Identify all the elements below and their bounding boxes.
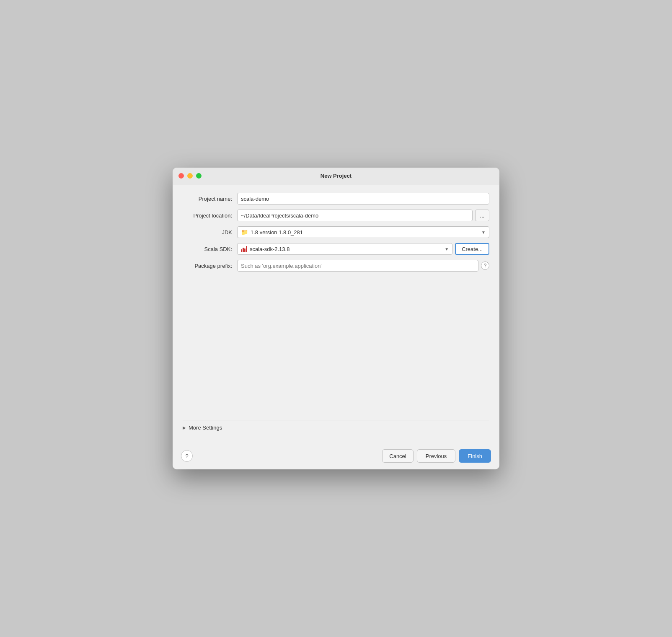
- window-controls: [178, 173, 202, 179]
- project-location-label: Project location:: [183, 212, 237, 219]
- project-location-input[interactable]: [237, 210, 473, 221]
- scala-sdk-row-container: scala-sdk-2.13.8 ▼ Create...: [237, 243, 489, 255]
- title-bar: New Project: [173, 168, 499, 184]
- package-prefix-row: Package prefix: ?: [183, 260, 489, 272]
- minimize-button[interactable]: [187, 173, 193, 179]
- scala-sdk-row: Scala SDK: scala-sdk-2.13.8 ▼: [183, 243, 489, 255]
- more-settings-toggle[interactable]: ▶ More Settings: [183, 425, 222, 431]
- jdk-folder-icon: 📁: [241, 229, 248, 236]
- jdk-select-content: 📁 1.8 version 1.8.0_281: [241, 229, 303, 236]
- scala-sdk-icon: [241, 246, 247, 252]
- location-row-container: ...: [237, 210, 489, 221]
- create-button[interactable]: Create...: [455, 243, 489, 255]
- help-button[interactable]: ?: [181, 450, 193, 462]
- bottom-right: Cancel Previous Finish: [382, 449, 491, 463]
- dialog-title: New Project: [320, 173, 352, 179]
- more-settings-chevron: ▶: [183, 425, 186, 430]
- project-location-row: Project location: ...: [183, 210, 489, 221]
- package-prefix-row-container: ?: [237, 260, 489, 272]
- bottom-left: ?: [181, 450, 193, 462]
- more-settings-label: More Settings: [189, 425, 222, 431]
- maximize-button[interactable]: [196, 173, 202, 179]
- content-spacer: [183, 277, 489, 420]
- jdk-label: JDK: [183, 229, 237, 236]
- package-prefix-help-icon[interactable]: ?: [481, 262, 489, 270]
- scala-sdk-select[interactable]: scala-sdk-2.13.8 ▼: [237, 243, 452, 255]
- package-prefix-label: Package prefix:: [183, 263, 237, 269]
- form-area: Project name: Project location: ... JDK …: [183, 193, 489, 277]
- finish-button[interactable]: Finish: [459, 449, 491, 463]
- browse-button[interactable]: ...: [475, 210, 489, 221]
- jdk-row: JDK 📁 1.8 version 1.8.0_281 ▼: [183, 226, 489, 238]
- scala-sdk-dropdown-arrow: ▼: [445, 247, 449, 251]
- new-project-dialog: New Project Project name: Project locati…: [173, 168, 499, 469]
- scala-sdk-select-content: scala-sdk-2.13.8: [241, 246, 289, 252]
- package-prefix-input[interactable]: [237, 260, 478, 272]
- project-name-input[interactable]: [237, 193, 489, 205]
- project-name-label: Project name:: [183, 196, 237, 202]
- previous-button[interactable]: Previous: [417, 449, 456, 463]
- cancel-button[interactable]: Cancel: [382, 449, 413, 463]
- more-settings-section: ▶ More Settings: [183, 420, 489, 431]
- bottom-bar: ? Cancel Previous Finish: [173, 445, 499, 469]
- scala-sdk-label: Scala SDK:: [183, 246, 237, 252]
- jdk-dropdown-arrow: ▼: [481, 230, 486, 235]
- jdk-value-text: 1.8 version 1.8.0_281: [251, 229, 303, 236]
- scala-sdk-value-text: scala-sdk-2.13.8: [250, 246, 289, 252]
- close-button[interactable]: [178, 173, 184, 179]
- project-name-row: Project name:: [183, 193, 489, 205]
- dialog-content: Project name: Project location: ... JDK …: [173, 184, 499, 445]
- jdk-select[interactable]: 📁 1.8 version 1.8.0_281 ▼: [237, 226, 489, 238]
